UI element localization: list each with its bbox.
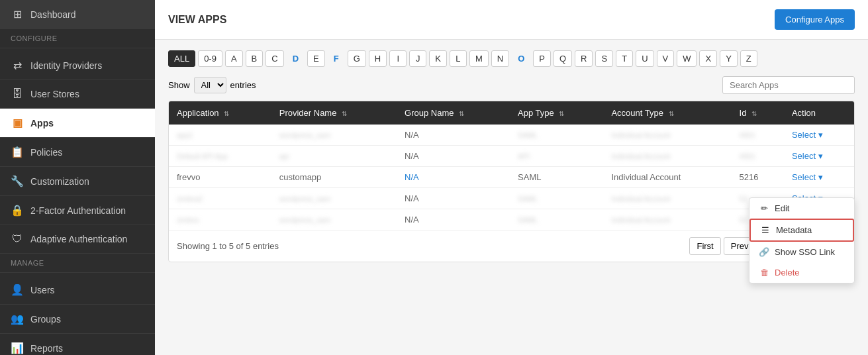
alpha-btn-all[interactable]: ALL [168,50,195,67]
select-link[interactable]: Select ▾ [792,130,823,140]
alpha-btn-r[interactable]: R [575,50,593,67]
main-body: ALL0-9ABCDEFGHIJKLMNOPQRSTUVWXYZ Show Al… [155,40,868,273]
alpha-btn-z[interactable]: Z [740,50,757,67]
sidebar-item-customization[interactable]: 🔧 Customization [0,167,155,196]
cell-account-type: Individual Account [603,209,731,230]
cell-group-name: N/A [397,167,510,188]
cell-app-type: SAML [510,125,603,146]
select-link[interactable]: Select ▾ [792,172,823,182]
metadata-icon: ☰ [760,225,771,235]
alpha-btn-k[interactable]: K [429,50,447,67]
alpha-btn-q[interactable]: Q [554,50,572,67]
cell-provider-name: customapp [271,167,397,188]
sidebar-item-2fa[interactable]: 🔒 2-Factor Authentication [0,196,155,225]
alpha-btn-v[interactable]: V [657,50,675,67]
alpha-btn-0-9[interactable]: 0-9 [198,50,222,67]
cell-app-type: API [510,146,603,167]
alpha-btn-f[interactable]: F [328,50,345,67]
main-header: VIEW APPS Configure Apps [155,0,868,40]
main-content: VIEW APPS Configure Apps ALL0-9ABCDEFGHI… [155,0,868,355]
lock-icon: 🔒 [11,204,24,217]
identity-providers-icon: ⇄ [11,59,24,72]
alpha-btn-h[interactable]: H [369,50,387,67]
sidebar-item-reports[interactable]: 📊 Reports [0,334,155,355]
alpha-btn-y[interactable]: Y [720,50,738,67]
alpha-btn-e[interactable]: E [307,50,325,67]
sidebar-item-apps[interactable]: ▣ Apps [0,109,155,138]
edit-icon: ✏ [759,203,769,213]
action-cell[interactable]: Select ▾ [784,125,854,146]
cell-application: app1 [169,125,271,146]
sidebar-item-identity-providers[interactable]: ⇄ Identity Providers [0,51,155,80]
dashboard-icon: ⊞ [11,8,24,21]
col-application[interactable]: Application ⇅ [169,101,271,125]
cell-group-name: N/A [397,188,510,209]
action-cell[interactable]: Select ▾ [784,167,854,188]
col-id[interactable]: Id ⇅ [732,101,784,125]
cell-application: zimbra2 [169,188,271,209]
alpha-btn-w[interactable]: W [677,50,697,67]
col-group-name[interactable]: Group Name ⇅ [397,101,510,125]
cell-application: frevvo [169,167,271,188]
alpha-btn-a[interactable]: A [225,50,243,67]
sidebar-item-users[interactable]: 👤 Users [0,276,155,305]
alpha-btn-t[interactable]: T [616,50,633,67]
cell-group-name: N/A [397,209,510,230]
alpha-btn-p[interactable]: P [533,50,551,67]
select-link[interactable]: Select ▾ [792,151,823,161]
action-cell[interactable]: Select ▾ [784,146,854,167]
col-account-type[interactable]: Account Type ⇅ [603,101,731,125]
dropdown-delete[interactable]: 🗑 Delete [749,262,854,283]
first-button[interactable]: First [689,237,720,255]
showing-entries: Showing 1 to 5 of 5 entries [177,241,279,251]
cell-application: zimbra [169,209,271,230]
groups-icon: 👥 [11,313,24,325]
alpha-btn-i[interactable]: I [389,50,407,67]
col-app-type[interactable]: App Type ⇅ [510,101,603,125]
alpha-btn-d[interactable]: D [287,50,305,67]
alpha-filter: ALL0-9ABCDEFGHIJKLMNOPQRSTUVWXYZ [168,50,855,67]
cell-app-type: SAML [510,209,603,230]
alpha-btn-x[interactable]: X [699,50,717,67]
dropdown-sso[interactable]: 🔗 Show SSO Link [749,242,854,262]
alpha-btn-n[interactable]: N [491,50,509,67]
cell-provider-name: wordpress_sam [271,188,397,209]
dropdown-metadata[interactable]: ☰ Metadata [749,219,854,242]
alpha-btn-o[interactable]: O [512,50,530,67]
sidebar-item-user-stores[interactable]: 🗄 User Stores [0,80,155,109]
alpha-btn-s[interactable]: S [595,50,613,67]
alpha-btn-m[interactable]: M [469,50,489,67]
configure-apps-button[interactable]: Configure Apps [775,9,855,30]
sidebar-item-policies[interactable]: 📋 Policies [0,138,155,167]
delete-icon: 🗑 [759,268,769,278]
alpha-btn-b[interactable]: B [246,50,264,67]
alpha-btn-u[interactable]: U [636,50,653,67]
cell-provider-name: wordpress_sam [271,209,397,230]
cell-provider-name: api [271,146,397,167]
sidebar-section-manage: Manage [0,254,155,270]
alpha-btn-j[interactable]: J [409,50,426,67]
sidebar-item-adaptive-auth[interactable]: 🛡 Adaptive Authentication [0,225,155,254]
cell-id: 4001 [732,125,784,146]
cell-app-type: SAML [510,188,603,209]
alpha-btn-g[interactable]: G [348,50,366,67]
customization-icon: 🔧 [11,175,24,187]
sidebar-section-configure: Configure [0,29,155,45]
sidebar-item-dashboard[interactable]: ⊞ Dashboard [0,0,155,29]
col-provider-name[interactable]: Provider Name ⇅ [271,101,397,125]
alpha-btn-l[interactable]: L [450,50,467,67]
sidebar-item-groups[interactable]: 👥 Groups [0,305,155,334]
col-action[interactable]: Action [784,101,854,125]
cell-id: 4001 [732,146,784,167]
table-row: Default API AppapiN/AAPIIndividual Accou… [169,146,854,167]
table-row: app1wordpress_samN/ASAMLIndividual Accou… [169,125,854,146]
cell-account-type: Individual Account [603,146,731,167]
search-input[interactable] [722,76,855,94]
entries-select[interactable]: All 10 25 50 [194,77,226,93]
alpha-btn-c[interactable]: C [265,50,283,67]
user-stores-icon: 🗄 [11,88,24,100]
dropdown-edit[interactable]: ✏ Edit [749,198,854,219]
cell-application: Default API App [169,146,271,167]
show-entries-bar: Show All 10 25 50 entries [168,76,855,94]
table-header: Application ⇅Provider Name ⇅Group Name ⇅… [169,101,854,125]
